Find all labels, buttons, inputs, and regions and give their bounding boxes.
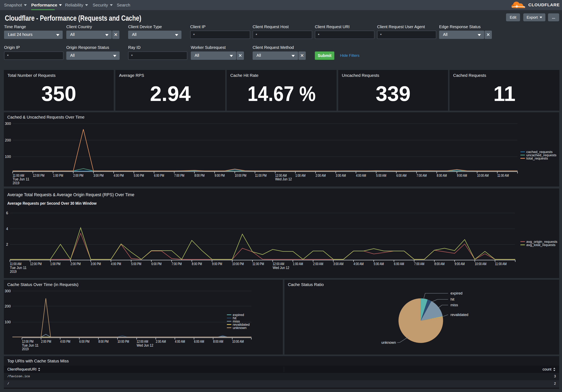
svg-text:4:00 PM: 4:00 PM bbox=[114, 173, 124, 178]
svg-text:7:00 AM: 7:00 AM bbox=[414, 262, 424, 266]
svg-text:8:00 AM: 8:00 AM bbox=[437, 173, 447, 178]
svg-text:300: 300 bbox=[5, 122, 11, 126]
svg-text:6:00 PM: 6:00 PM bbox=[79, 339, 89, 344]
svg-text:miss: miss bbox=[450, 303, 458, 307]
svg-text:4:00 AM: 4:00 AM bbox=[354, 262, 364, 266]
svg-text:5:00 PM: 5:00 PM bbox=[134, 173, 144, 178]
svg-text:4: 4 bbox=[6, 227, 8, 231]
svg-text:4:00 PM: 4:00 PM bbox=[111, 262, 121, 266]
svg-text:11:00 PM: 11:00 PM bbox=[252, 262, 264, 266]
svg-text:unknown: unknown bbox=[233, 326, 246, 330]
svg-text:6:00 PM: 6:00 PM bbox=[154, 173, 164, 178]
svg-text:300: 300 bbox=[5, 289, 11, 293]
svg-text:200: 200 bbox=[5, 138, 11, 142]
svg-text:Tue Jun 11: Tue Jun 11 bbox=[10, 266, 27, 270]
svg-text:6:00 AM: 6:00 AM bbox=[396, 173, 407, 178]
svg-text:5:00 PM: 5:00 PM bbox=[131, 262, 141, 266]
svg-text:3:00 PM: 3:00 PM bbox=[94, 173, 104, 178]
svg-text:10:00 PM: 10:00 PM bbox=[235, 173, 246, 178]
svg-text:Wed Jun 12: Wed Jun 12 bbox=[275, 177, 292, 181]
svg-text:12:00 AM: 12:00 AM bbox=[137, 339, 148, 344]
svg-text:6: 6 bbox=[6, 211, 8, 215]
svg-text:2:00 PM: 2:00 PM bbox=[73, 173, 83, 178]
svg-text:5:00 AM: 5:00 AM bbox=[376, 173, 386, 178]
svg-text:hit: hit bbox=[450, 297, 454, 301]
svg-text:11:00 PM: 11:00 PM bbox=[255, 173, 267, 178]
svg-text:2: 2 bbox=[6, 242, 8, 246]
svg-text:12:00 PM: 12:00 PM bbox=[22, 339, 34, 344]
svg-text:6:00 AM: 6:00 AM bbox=[194, 339, 204, 344]
svg-text:Tue Jun 11: Tue Jun 11 bbox=[13, 177, 29, 181]
svg-text:2019: 2019 bbox=[10, 270, 17, 274]
svg-text:11:00 AM: 11:00 AM bbox=[497, 173, 509, 178]
svg-text:2:00 PM: 2:00 PM bbox=[70, 262, 81, 266]
svg-text:12:00 PM: 12:00 PM bbox=[33, 173, 44, 178]
svg-text:9:00 PM: 9:00 PM bbox=[215, 173, 225, 178]
svg-text:10:00 AM: 10:00 AM bbox=[232, 339, 244, 344]
svg-text:1:00 PM: 1:00 PM bbox=[50, 262, 60, 266]
svg-text:Wed Jun 12: Wed Jun 12 bbox=[137, 343, 153, 347]
svg-text:revalidated: revalidated bbox=[450, 313, 468, 317]
svg-text:8:00 AM: 8:00 AM bbox=[213, 339, 223, 344]
svg-text:1:00 PM: 1:00 PM bbox=[53, 173, 63, 178]
svg-text:3:00 AM: 3:00 AM bbox=[333, 262, 343, 266]
svg-text:100: 100 bbox=[5, 155, 11, 159]
svg-text:4:00 PM: 4:00 PM bbox=[60, 339, 70, 344]
svg-text:11:00 AM: 11:00 AM bbox=[495, 262, 507, 266]
svg-text:1:00 AM: 1:00 AM bbox=[293, 262, 303, 266]
svg-text:8:00 PM: 8:00 PM bbox=[98, 339, 108, 344]
svg-text:4:00 AM: 4:00 AM bbox=[175, 339, 185, 344]
svg-text:7:00 PM: 7:00 PM bbox=[174, 173, 184, 178]
svg-text:2019: 2019 bbox=[13, 181, 20, 185]
svg-text:5:00 AM: 5:00 AM bbox=[374, 262, 384, 266]
svg-text:12:00 AM: 12:00 AM bbox=[275, 173, 287, 178]
svg-text:Wed Jun 12: Wed Jun 12 bbox=[273, 266, 289, 270]
svg-text:8:00 PM: 8:00 PM bbox=[194, 173, 205, 178]
svg-text:6:00 PM: 6:00 PM bbox=[152, 262, 162, 266]
svg-text:10:00 PM: 10:00 PM bbox=[117, 339, 129, 344]
svg-text:2:00 AM: 2:00 AM bbox=[156, 339, 166, 344]
svg-text:2019: 2019 bbox=[22, 347, 29, 351]
svg-text:10:00 AM: 10:00 AM bbox=[475, 262, 486, 266]
svg-text:Tue Jun 11: Tue Jun 11 bbox=[22, 343, 38, 347]
svg-text:2:00 AM: 2:00 AM bbox=[313, 262, 323, 266]
svg-text:3:00 AM: 3:00 AM bbox=[336, 173, 346, 178]
svg-text:8:00 PM: 8:00 PM bbox=[192, 262, 202, 266]
svg-text:2:00 PM: 2:00 PM bbox=[41, 339, 51, 344]
svg-text:3:00 PM: 3:00 PM bbox=[91, 262, 101, 266]
svg-text:unknown: unknown bbox=[381, 341, 396, 345]
svg-text:10:00 AM: 10:00 AM bbox=[477, 173, 489, 178]
svg-text:8:00 AM: 8:00 AM bbox=[434, 262, 445, 266]
svg-text:2:00 AM: 2:00 AM bbox=[316, 173, 326, 178]
svg-text:11:00 AM: 11:00 AM bbox=[13, 173, 24, 178]
svg-text:9:00 PM: 9:00 PM bbox=[212, 262, 222, 266]
svg-text:9:00 AM: 9:00 AM bbox=[457, 173, 467, 178]
svg-text:11:00 AM: 11:00 AM bbox=[10, 262, 22, 266]
svg-text:12:00 AM: 12:00 AM bbox=[273, 262, 284, 266]
svg-text:7:00 AM: 7:00 AM bbox=[417, 173, 427, 178]
svg-text:4:00 AM: 4:00 AM bbox=[356, 173, 366, 178]
svg-text:7:00 PM: 7:00 PM bbox=[172, 262, 182, 266]
svg-text:1:00 AM: 1:00 AM bbox=[295, 173, 305, 178]
svg-text:10:00 PM: 10:00 PM bbox=[232, 262, 244, 266]
svg-text:200: 200 bbox=[5, 304, 11, 308]
svg-text:9:00 AM: 9:00 AM bbox=[455, 262, 465, 266]
svg-text:avg_total_requests: avg_total_requests bbox=[526, 243, 555, 247]
svg-text:total_requests: total_requests bbox=[526, 156, 548, 160]
svg-text:expired: expired bbox=[450, 291, 462, 295]
svg-text:12:00 PM: 12:00 PM bbox=[30, 262, 42, 266]
svg-text:6:00 AM: 6:00 AM bbox=[394, 262, 404, 266]
svg-text:100: 100 bbox=[5, 320, 11, 324]
